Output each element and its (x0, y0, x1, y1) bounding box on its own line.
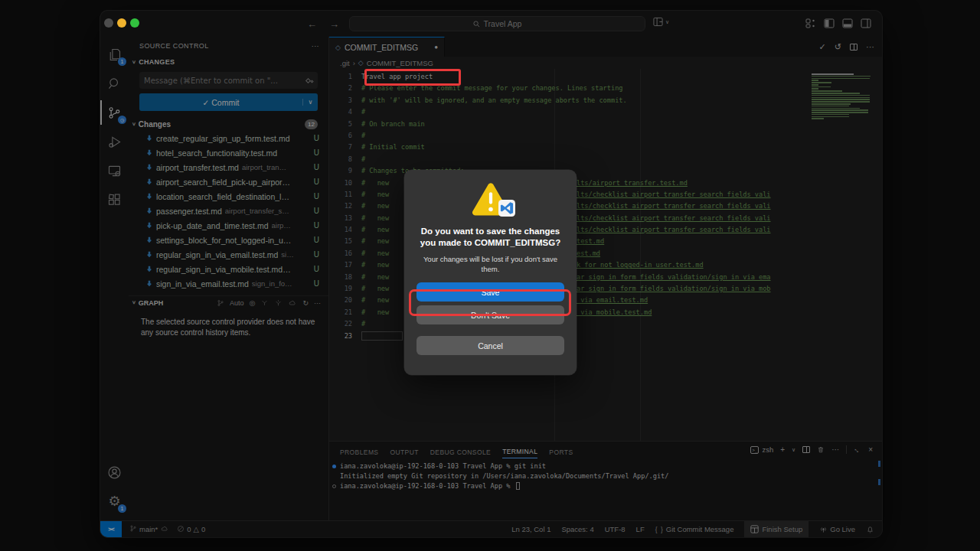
annotation-box-save-button (409, 289, 571, 316)
close-window-button[interactable] (104, 18, 113, 28)
zoom-window-button[interactable] (130, 18, 139, 28)
vscode-logo-badge (498, 200, 515, 220)
annotation-box-commit-message-line (364, 69, 461, 86)
minimize-window-button[interactable] (117, 18, 126, 28)
dialog-message: Your changes will be lost if you don't s… (404, 255, 577, 274)
window-controls (104, 18, 139, 28)
screenshot-stage: ← → Travel App ∨ (0, 0, 980, 551)
warning-icon (471, 181, 511, 218)
save-changes-dialog: Do you want to save the changes you made… (404, 170, 577, 375)
cancel-button[interactable]: Cancel (416, 336, 564, 355)
dialog-title: Do you want to save the changes you made… (404, 226, 577, 249)
